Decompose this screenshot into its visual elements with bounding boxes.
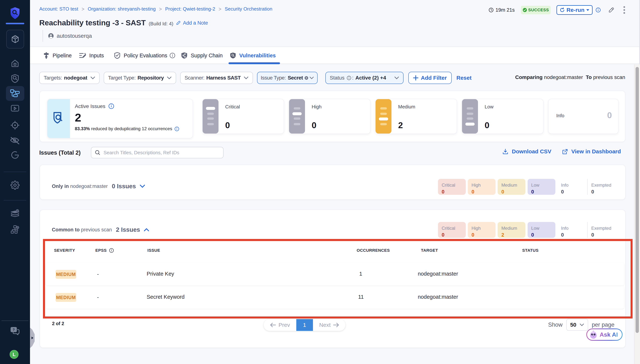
svg-text:?: ? — [13, 328, 15, 332]
